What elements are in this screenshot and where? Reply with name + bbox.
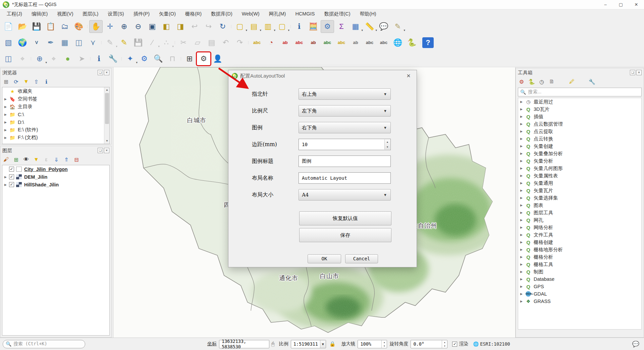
menu-item[interactable]: 编辑(E) (27, 10, 52, 18)
statistics-icon[interactable]: 🧮 (307, 20, 320, 33)
expander-icon[interactable]: ▶ (520, 137, 525, 140)
chevron-down-icon[interactable]: ▼ (320, 340, 326, 348)
expander-icon[interactable]: ▶ (520, 255, 525, 259)
processing-toolbox-icon[interactable]: ⚙ (321, 20, 334, 33)
close-panel-icon[interactable]: ✕ (104, 148, 109, 153)
browser-tree-item[interactable]: ▶ 🏠 主目录 (2, 103, 109, 111)
add-vector-layer-icon[interactable]: 🌍 (16, 36, 29, 49)
remove-layer-icon[interactable]: ⊟ (72, 156, 81, 164)
expander-icon[interactable]: ▶ (4, 136, 9, 139)
zoom-to-layer-icon[interactable]: ◧ (160, 20, 173, 33)
label-properties-icon[interactable]: abc (377, 36, 390, 49)
model-tool-icon[interactable]: ● (61, 52, 74, 65)
menu-item[interactable]: 栅格(R) (180, 10, 206, 18)
zoom-in-icon[interactable]: ⊕ (117, 20, 131, 33)
label-rotate-icon[interactable]: abc (335, 36, 348, 49)
menu-item[interactable]: 网孔(M) (264, 10, 291, 18)
pointer-tool-icon[interactable]: ➤ (75, 52, 89, 65)
add-selected-layer-icon[interactable]: ⊞ (2, 78, 10, 86)
python-models-icon[interactable]: 🐍 (527, 78, 536, 86)
expander-icon[interactable]: ▶ (520, 174, 525, 177)
toolbox-group[interactable]: ▶ Q 点云转换 (518, 135, 641, 142)
edit-features-in-place-icon[interactable]: 🖉 (568, 78, 576, 86)
cut-features-icon[interactable]: ✂ (177, 36, 190, 49)
menu-item[interactable]: 视图(V) (52, 10, 78, 18)
toolbox-group[interactable]: ▶ Q 矢量瓦片 (518, 187, 641, 194)
attribute-table-icon[interactable]: ▦ (349, 20, 362, 33)
locator-search-input[interactable]: 🔍 搜索 (Ctrl+K) (3, 340, 85, 348)
extent-toggle-icon[interactable]: 🖰 (271, 341, 275, 347)
rotation-spinbox[interactable]: 0.0° ▲▼ (411, 340, 447, 348)
help-icon[interactable]: ? (422, 37, 434, 48)
dialog-close-icon[interactable]: ✕ (404, 73, 413, 79)
expander-icon[interactable]: ▶ (4, 175, 9, 179)
toolbox-group[interactable]: ▶ Q 栅格工具 (518, 261, 641, 268)
digitize-icon[interactable]: ∕ (146, 36, 159, 49)
toolbox-group[interactable]: ▶ Q Database (518, 275, 641, 283)
expander-icon[interactable]: ▶ (520, 181, 525, 185)
user-help-icon[interactable]: 👤 (211, 52, 224, 65)
restore-defaults-button[interactable]: 恢复默认值 (299, 211, 391, 225)
toolbox-group[interactable]: ▶ Q 矢量属性表 (518, 172, 641, 179)
expander-icon[interactable]: ▶ (520, 167, 525, 170)
expander-icon[interactable]: ▶ (520, 152, 525, 155)
properties-widget-icon[interactable]: ℹ (42, 78, 51, 86)
menu-item[interactable]: HCMGIS (290, 10, 319, 17)
expander-icon[interactable]: ▶ (520, 130, 525, 133)
expander-icon[interactable]: ▶ (4, 97, 9, 101)
expander-icon[interactable]: ▶ (4, 128, 9, 132)
menu-item[interactable]: 数据处理(C) (319, 10, 355, 18)
expander-icon[interactable]: ▶ (520, 277, 525, 281)
toolbox-group[interactable]: ▶ Q 点云提取 (518, 128, 641, 135)
toolbox-group[interactable]: ▶ Q 插值 (518, 113, 641, 120)
spinner-buttons[interactable]: ▲▼ (384, 139, 390, 149)
show-sum-icon[interactable]: Σ (335, 20, 348, 33)
expander-icon[interactable]: ▶ (520, 211, 525, 214)
toolbox-group[interactable]: ▶ Q 网络分析 (518, 224, 641, 231)
zoom-out-icon[interactable]: ⊖ (131, 20, 145, 33)
redo-icon[interactable]: ↷ (233, 36, 247, 49)
history-icon[interactable]: ◷ (537, 78, 546, 86)
menu-item[interactable]: 矢量(O) (154, 10, 180, 18)
coordinate-input[interactable]: 13632133, 5838530 (219, 340, 269, 348)
label-move-icon[interactable]: ab (307, 36, 320, 49)
style-manager-icon[interactable]: 🖌 (2, 156, 10, 164)
menu-item[interactable]: 设置(S) (103, 10, 128, 18)
browser-tree-item[interactable]: ▶ 📁 C:\ (2, 111, 109, 118)
label-show-hide-icon[interactable]: ab (349, 36, 362, 49)
spinner-buttons[interactable]: ▲▼ (381, 340, 387, 348)
layers-panel-header[interactable]: 图层 ❏ ✕ (0, 146, 111, 155)
copy-features-icon[interactable]: ▱ (191, 36, 204, 49)
toolbox-group[interactable]: ▶ Q GPS (518, 283, 641, 290)
layout-name-input[interactable]: Automatic Layout ▼ ▲▼ (299, 172, 391, 184)
add-point-cloud-icon[interactable]: ▦ (58, 36, 71, 49)
annotation-icon[interactable]: ✎ (391, 20, 405, 33)
dialog-title-bar[interactable]: Q 配置AutoLayoutTool ✕ (228, 70, 417, 82)
info-icon[interactable]: ℹ (92, 52, 106, 65)
menu-item[interactable]: 工程(J) (2, 10, 27, 18)
expander-icon[interactable]: ▶ (520, 100, 525, 103)
north-arrow-select[interactable]: 右上角 ▼ ▲▼ (299, 88, 391, 100)
toolbox-group[interactable]: ▶ Q 矢量几何图形 (518, 165, 641, 172)
browser-panel-header[interactable]: 浏览器 ❏ ✕ (0, 68, 111, 77)
undo-icon[interactable]: ↶ (219, 36, 232, 49)
close-panel-icon[interactable]: ✕ (104, 70, 109, 75)
layout-manager-icon[interactable]: 🗂 (58, 20, 71, 33)
legend-select[interactable]: 右下角 ▼ ▲▼ (299, 122, 391, 133)
expander-icon[interactable]: ▶ (520, 144, 525, 148)
new-print-layout-icon[interactable]: 📋 (44, 20, 57, 33)
expander-icon[interactable]: ▶ (520, 233, 525, 236)
layer-row[interactable]: ▶ ✓ HillShade_Jilin (2, 181, 109, 188)
toolbox-group[interactable]: ▶ Q 制图 (518, 268, 641, 275)
expander-icon[interactable]: ▶ (520, 159, 525, 163)
expander-icon[interactable]: ▶ (520, 107, 525, 111)
pan-to-selection-icon[interactable]: ✛ (103, 20, 117, 33)
label-pin-icon[interactable]: ab (278, 36, 292, 49)
label-highlight-icon[interactable]: abc (292, 36, 306, 49)
add-virtual-layer-icon[interactable]: ⋎ (86, 36, 100, 49)
pan-map-icon[interactable]: ✋ (89, 20, 103, 33)
select-features-icon[interactable]: ▢ (233, 20, 247, 33)
expander-icon[interactable]: ▶ (520, 292, 525, 296)
save-edits-icon[interactable]: 💾 (131, 36, 145, 49)
expander-icon[interactable]: ▶ (520, 115, 525, 118)
